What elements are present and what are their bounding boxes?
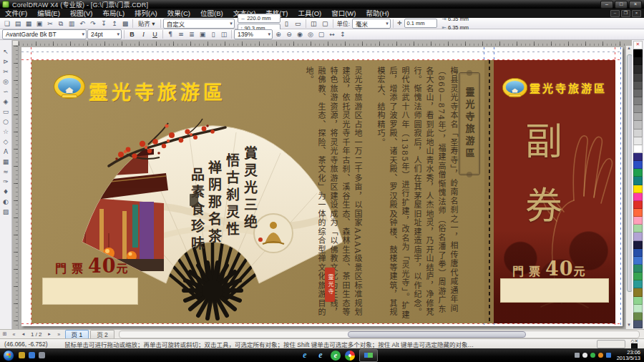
color-swatch[interactable] bbox=[633, 169, 643, 177]
horizontal-scrollbar[interactable] bbox=[119, 331, 640, 338]
units-combo[interactable]: 毫米▾ bbox=[352, 19, 391, 29]
bullet-list-icon[interactable]: ≣ bbox=[187, 30, 197, 39]
document-page[interactable]: 靈光寺旅游區 bbox=[21, 47, 623, 326]
ie-icon[interactable]: e bbox=[299, 350, 311, 361]
rectangle-tool[interactable]: ▭ bbox=[1, 107, 11, 117]
font-size-combo[interactable]: 24pt▾ bbox=[87, 29, 122, 39]
doc-restore-button[interactable]: ❐ bbox=[621, 10, 630, 17]
color-swatch[interactable] bbox=[633, 273, 643, 280]
import-icon[interactable]: ↧ bbox=[99, 19, 109, 28]
new-document-icon[interactable]: ❏ bbox=[2, 19, 12, 28]
facing-pages-icon[interactable]: ◫ bbox=[219, 30, 229, 39]
color-swatch[interactable] bbox=[633, 105, 643, 113]
menu-view[interactable]: 视图(V) bbox=[65, 9, 98, 18]
tab-page-2[interactable]: 页 2 bbox=[90, 330, 114, 339]
color-swatch[interactable] bbox=[633, 137, 643, 145]
color-swatch[interactable] bbox=[633, 280, 643, 288]
color-swatch[interactable] bbox=[633, 321, 643, 328]
close-button[interactable]: × bbox=[629, 1, 642, 9]
color-swatch[interactable] bbox=[633, 82, 643, 89]
no-color-swatch[interactable]: ✕ bbox=[633, 41, 643, 49]
undo-icon[interactable]: ↶ bbox=[77, 19, 87, 28]
vertical-ruler[interactable] bbox=[12, 46, 19, 329]
paper-width-field[interactable]: ↔220.0 mm bbox=[238, 14, 280, 23]
underline-button[interactable]: U bbox=[150, 29, 160, 39]
last-page-button[interactable]: » bbox=[54, 332, 64, 337]
doc-close-button[interactable]: × bbox=[632, 10, 641, 17]
color-swatch[interactable] bbox=[633, 257, 643, 265]
scroll-up-icon[interactable]: ▲ bbox=[626, 46, 632, 52]
color-swatch[interactable] bbox=[633, 113, 643, 121]
zoom-width-icon[interactable]: ↔ bbox=[327, 30, 337, 39]
zoom-all-icon[interactable]: ◎ bbox=[306, 30, 316, 39]
export-icon[interactable]: ↥ bbox=[109, 19, 119, 28]
open-icon[interactable]: ▤ bbox=[13, 19, 23, 28]
add-page-button[interactable]: ⊞ bbox=[0, 331, 9, 337]
guideline-horizontal[interactable] bbox=[21, 323, 623, 324]
basic-shapes-tool[interactable]: ◇ bbox=[1, 137, 11, 147]
color-swatch[interactable] bbox=[633, 217, 643, 225]
color-swatch[interactable] bbox=[633, 241, 643, 249]
bold-button[interactable]: B bbox=[127, 29, 137, 39]
duplicate-x-field[interactable]: ⇥6.35 mm bbox=[440, 15, 476, 23]
menu-window[interactable]: 窗口(W) bbox=[326, 9, 361, 18]
menu-edit[interactable]: 编辑(E) bbox=[32, 9, 65, 18]
color-swatch[interactable] bbox=[633, 57, 643, 65]
color-swatch[interactable] bbox=[633, 153, 643, 161]
color-swatch[interactable] bbox=[633, 209, 643, 217]
start-button[interactable] bbox=[3, 350, 14, 361]
color-swatch[interactable] bbox=[633, 225, 643, 233]
landscape-button[interactable]: ▭ bbox=[293, 19, 303, 29]
text-tool[interactable]: A bbox=[1, 147, 11, 157]
zoom-tool[interactable]: ◎ bbox=[1, 77, 11, 87]
cut-icon[interactable]: ✂ bbox=[45, 19, 55, 28]
tab-page-1[interactable]: 页 1 bbox=[65, 330, 89, 339]
scroll-down-icon[interactable]: ▼ bbox=[626, 323, 632, 329]
color-swatch[interactable] bbox=[633, 161, 643, 169]
zoom-level-combo[interactable]: 139%▾ bbox=[234, 29, 273, 39]
smart-fill-tool[interactable]: ◈ bbox=[1, 97, 11, 107]
print-icon[interactable]: ▣ bbox=[34, 19, 44, 28]
nudge-field[interactable]: 0.1 mm bbox=[404, 19, 437, 28]
text-format-icon[interactable]: ¶ bbox=[165, 30, 175, 39]
interactive-fill-tool[interactable]: ▨ bbox=[1, 207, 11, 217]
tray-icon[interactable] bbox=[598, 353, 603, 358]
color-swatch[interactable] bbox=[633, 305, 643, 313]
color-swatch[interactable] bbox=[633, 297, 643, 305]
current-page-button[interactable]: ▢ bbox=[320, 19, 331, 29]
doc-minimize-button[interactable]: – bbox=[610, 10, 620, 17]
color-swatch[interactable] bbox=[633, 145, 643, 153]
eyedropper-tool[interactable]: ✑ bbox=[1, 177, 11, 187]
guideline-vertical[interactable] bbox=[620, 47, 621, 326]
color-swatch[interactable] bbox=[633, 265, 643, 273]
quick-launch-icon[interactable] bbox=[29, 352, 35, 358]
tray-icon[interactable] bbox=[582, 353, 587, 358]
tray-icon[interactable] bbox=[590, 353, 595, 358]
menu-tools[interactable]: 工具(O) bbox=[293, 9, 326, 18]
shape-tool[interactable]: ⊳ bbox=[1, 57, 11, 67]
interactive-blend-tool[interactable]: ≈ bbox=[1, 167, 11, 177]
edit-text-icon[interactable]: ▣ bbox=[197, 30, 208, 39]
horizontal-scroll-thumb[interactable] bbox=[348, 331, 526, 338]
color-swatch[interactable] bbox=[633, 201, 643, 209]
zoom-height-icon[interactable]: ↕ bbox=[338, 30, 348, 39]
menu-effects[interactable]: 效果(C) bbox=[162, 9, 195, 18]
color-swatch[interactable] bbox=[633, 249, 643, 257]
color-swatch[interactable] bbox=[633, 121, 643, 129]
pick-tool[interactable]: ↖ bbox=[1, 47, 11, 57]
polygon-tool[interactable]: ☆ bbox=[1, 127, 11, 137]
color-swatch[interactable] bbox=[633, 129, 643, 137]
page-view-icon[interactable]: ▯ bbox=[208, 30, 218, 39]
color-swatch[interactable] bbox=[633, 193, 643, 201]
tray-icon[interactable] bbox=[575, 353, 580, 358]
italic-button[interactable]: I bbox=[138, 29, 149, 39]
color-swatch[interactable] bbox=[633, 233, 643, 240]
quick-launch-icon[interactable] bbox=[19, 352, 25, 358]
color-swatch[interactable] bbox=[633, 97, 643, 105]
zoom-out-icon[interactable]: ⊖ bbox=[284, 30, 294, 39]
menu-help[interactable]: 帮助(H) bbox=[361, 9, 394, 18]
table-tool[interactable]: ▦ bbox=[1, 157, 11, 167]
snap-dropdown[interactable]: 贴齐 ▾ bbox=[135, 19, 158, 28]
paper-type-combo[interactable]: 自定义▾ bbox=[163, 19, 235, 29]
copy-icon[interactable]: ⧉ bbox=[56, 19, 66, 28]
